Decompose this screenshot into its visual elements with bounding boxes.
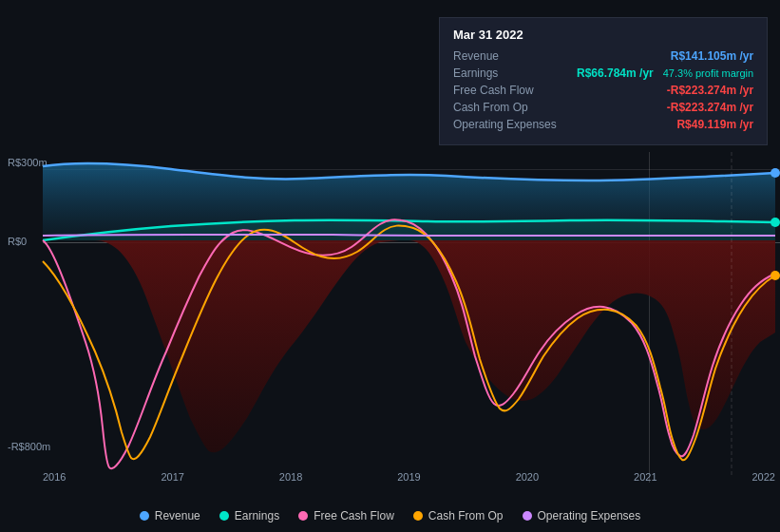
legend-label-fcf: Free Cash Flow: [314, 509, 394, 522]
tooltip-panel: Mar 31 2022 Revenue R$141.105m /yr Earni…: [439, 17, 768, 145]
tooltip-label-opex: Operating Expenses: [453, 118, 577, 131]
x-label-2021: 2021: [634, 471, 656, 483]
legend-opex: Operating Expenses: [523, 509, 641, 522]
tooltip-row-cashfromop: Cash From Op -R$223.274m /yr: [453, 101, 753, 114]
tooltip-value-revenue: R$141.105m /yr: [671, 49, 753, 63]
x-label-2017: 2017: [161, 471, 183, 483]
tooltip-label-earnings: Earnings: [453, 66, 577, 80]
profit-margin-label: 47.3% profit margin: [663, 67, 753, 79]
tooltip-row-earnings: Earnings R$66.784m /yr 47.3% profit marg…: [453, 66, 753, 80]
legend-label-opex: Operating Expenses: [538, 509, 641, 522]
tooltip-value-cashfromop: -R$223.274m /yr: [667, 101, 753, 114]
legend-label-revenue: Revenue: [155, 509, 200, 522]
chart-legend: Revenue Earnings Free Cash Flow Cash Fro…: [0, 509, 780, 522]
legend-dot-opex: [523, 511, 532, 521]
legend-earnings: Earnings: [219, 509, 279, 522]
tooltip-label-revenue: Revenue: [453, 49, 577, 63]
tooltip-label-fcf: Free Cash Flow: [453, 84, 577, 97]
legend-dot-cashfromop: [413, 511, 423, 521]
legend-dot-revenue: [140, 511, 149, 521]
chart-svg: [0, 152, 780, 475]
x-label-2019: 2019: [397, 471, 420, 483]
tooltip-row-revenue: Revenue R$141.105m /yr: [453, 49, 753, 63]
legend-label-earnings: Earnings: [235, 509, 279, 522]
opex-line: [43, 235, 775, 236]
x-label-2022: 2022: [751, 471, 774, 483]
legend-revenue: Revenue: [140, 509, 200, 522]
tooltip-value-earnings: R$66.784m /yr: [577, 66, 654, 80]
x-label-2016: 2016: [43, 471, 66, 483]
legend-cashfromop: Cash From Op: [413, 509, 504, 522]
tooltip-value-opex: R$49.119m /yr: [676, 118, 753, 131]
tooltip-row-fcf: Free Cash Flow -R$223.274m /yr: [453, 84, 753, 97]
cashfromop-dot: [770, 271, 780, 280]
earnings-dot: [770, 218, 780, 227]
tooltip-label-cashfromop: Cash From Op: [453, 101, 577, 114]
legend-fcf: Free Cash Flow: [298, 509, 394, 522]
legend-dot-earnings: [219, 511, 229, 521]
legend-label-cashfromop: Cash From Op: [428, 509, 504, 522]
x-label-2020: 2020: [516, 471, 539, 483]
x-label-2018: 2018: [279, 471, 302, 483]
tooltip-title: Mar 31 2022: [453, 28, 753, 42]
legend-dot-fcf: [298, 511, 308, 521]
tooltip-value-fcf: -R$223.274m /yr: [667, 84, 753, 97]
x-axis: 2016 2017 2018 2019 2020 2021 2022: [43, 471, 775, 483]
revenue-dot: [770, 168, 780, 178]
tooltip-row-opex: Operating Expenses R$49.119m /yr: [453, 118, 753, 131]
